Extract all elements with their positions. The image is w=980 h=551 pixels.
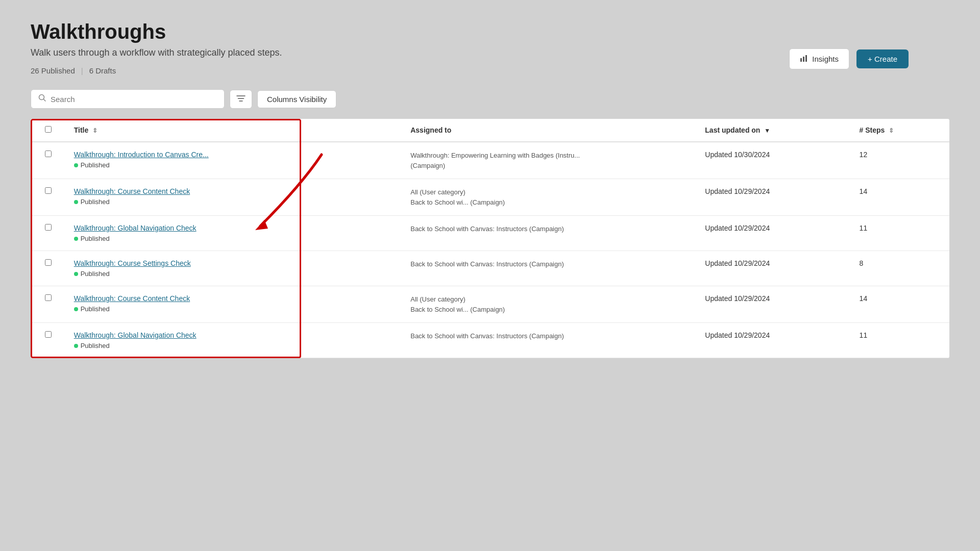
walkthroughs-table: Title ⇕ Assigned to Last updated on ▼ # … [31, 119, 949, 358]
row-title-cell-5: Walkthrough: Global Navigation Check Pub… [66, 323, 403, 358]
svg-rect-0 [800, 58, 802, 62]
steps-sort-icon: ⇕ [889, 127, 894, 134]
row-title-link-1[interactable]: Walkthrough: Course Content Check [74, 187, 395, 195]
header-title[interactable]: Title ⇕ [66, 119, 403, 142]
row-checkbox-5[interactable] [45, 331, 52, 338]
row-assigned-line1-0: Walkthrough: Empowering Learning with Ba… [410, 151, 689, 161]
row-title-cell-0: Walkthrough: Introduction to Canvas Cre.… [66, 142, 403, 179]
filter-icon [236, 94, 246, 104]
search-container [31, 89, 225, 109]
data-table: Title ⇕ Assigned to Last updated on ▼ # … [31, 119, 949, 358]
row-title-link-4[interactable]: Walkthrough: Course Content Check [74, 294, 395, 303]
row-steps-cell-3: 8 [851, 251, 949, 286]
row-last-updated-1: Updated 10/29/2024 [705, 187, 770, 195]
row-status-2: Published [74, 235, 110, 242]
header-steps-label: # Steps [860, 126, 885, 134]
row-assigned-to-cell-0: Walkthrough: Empowering Learning with Ba… [402, 142, 697, 179]
status-dot-2 [74, 237, 78, 241]
header-steps[interactable]: # Steps ⇕ [851, 119, 949, 142]
row-last-updated-cell-2: Updated 10/29/2024 [697, 216, 851, 251]
insights-label: Insights [812, 55, 839, 63]
row-assigned-to-cell-1: All (User category) Back to School wi...… [402, 179, 697, 216]
last-updated-sort-icon: ▼ [764, 127, 770, 134]
header-last-updated[interactable]: Last updated on ▼ [697, 119, 851, 142]
table-header-row: Title ⇕ Assigned to Last updated on ▼ # … [31, 119, 949, 142]
row-steps-0: 12 [860, 151, 868, 159]
table-row: Walkthrough: Course Content Check Publis… [31, 179, 949, 216]
row-last-updated-0: Updated 10/30/2024 [705, 151, 770, 159]
row-status-0: Published [74, 161, 110, 169]
row-assigned-line2-1: Back to School wi... (Campaign) [410, 197, 689, 208]
row-assigned-line1-3: Back to School with Canvas: Instructors … [410, 259, 689, 269]
row-assigned-line1-5: Back to School with Canvas: Instructors … [410, 331, 689, 341]
row-title-link-2[interactable]: Walkthrough: Global Navigation Check [74, 224, 395, 232]
row-assigned-to-cell-5: Back to School with Canvas: Instructors … [402, 323, 697, 358]
row-assigned-line1-1: All (User category) [410, 187, 689, 197]
drafts-count: 6 Drafts [89, 66, 116, 75]
row-title-link-5[interactable]: Walkthrough: Global Navigation Check [74, 331, 395, 339]
filter-button[interactable] [230, 90, 252, 109]
row-steps-cell-0: 12 [851, 142, 949, 179]
columns-visibility-button[interactable]: Columns Visibility [257, 90, 336, 108]
insights-button[interactable]: Insights [789, 48, 849, 69]
page-title: Walkthroughs [31, 20, 949, 43]
row-status-3: Published [74, 270, 110, 278]
svg-rect-2 [805, 55, 807, 62]
row-steps-1: 14 [860, 187, 868, 195]
row-checkbox-cell [31, 251, 66, 286]
row-steps-cell-4: 14 [851, 286, 949, 323]
row-title-cell-1: Walkthrough: Course Content Check Publis… [66, 179, 403, 216]
search-input[interactable] [51, 95, 217, 104]
row-checkbox-4[interactable] [45, 294, 52, 301]
create-button[interactable]: + Create [856, 49, 909, 68]
row-steps-3: 8 [860, 259, 864, 267]
row-last-updated-4: Updated 10/29/2024 [705, 294, 770, 303]
table-row: Walkthrough: Global Navigation Check Pub… [31, 216, 949, 251]
row-steps-4: 14 [860, 294, 868, 303]
header-assigned-to-label: Assigned to [410, 126, 451, 134]
row-last-updated-cell-5: Updated 10/29/2024 [697, 323, 851, 358]
stats-divider: | [81, 66, 83, 75]
row-last-updated-2: Updated 10/29/2024 [705, 224, 770, 232]
row-steps-cell-2: 11 [851, 216, 949, 251]
row-checkbox-3[interactable] [45, 259, 52, 266]
row-assigned-line2-0: (Campaign) [410, 161, 689, 171]
header-assigned-to[interactable]: Assigned to [402, 119, 697, 142]
row-last-updated-cell-4: Updated 10/29/2024 [697, 286, 851, 323]
row-status-5: Published [74, 342, 110, 349]
row-title-cell-2: Walkthrough: Global Navigation Check Pub… [66, 216, 403, 251]
row-assigned-to-cell-2: Back to School with Canvas: Instructors … [402, 216, 697, 251]
columns-visibility-label: Columns Visibility [267, 95, 327, 104]
row-title-cell-4: Walkthrough: Course Content Check Publis… [66, 286, 403, 323]
select-all-checkbox[interactable] [45, 126, 52, 133]
row-assigned-line2-4: Back to School wi... (Campaign) [410, 305, 689, 315]
row-assigned-to-cell-3: Back to School with Canvas: Instructors … [402, 251, 697, 286]
toolbar: Columns Visibility [31, 89, 949, 109]
row-assigned-line1-2: Back to School with Canvas: Instructors … [410, 224, 689, 234]
row-status-4: Published [74, 305, 110, 313]
row-last-updated-cell-1: Updated 10/29/2024 [697, 179, 851, 216]
header-last-updated-label: Last updated on [705, 126, 760, 134]
row-title-link-3[interactable]: Walkthrough: Course Settings Check [74, 259, 395, 267]
row-steps-cell-1: 14 [851, 179, 949, 216]
table-row: Walkthrough: Course Settings Check Publi… [31, 251, 949, 286]
published-count: 26 Published [31, 66, 75, 75]
header-actions: Insights + Create [789, 48, 909, 69]
row-checkbox-2[interactable] [45, 224, 52, 231]
row-checkbox-cell [31, 179, 66, 216]
row-steps-cell-5: 11 [851, 323, 949, 358]
header-checkbox-cell [31, 119, 66, 142]
row-last-updated-5: Updated 10/29/2024 [705, 331, 770, 339]
table-row: Walkthrough: Course Content Check Publis… [31, 286, 949, 323]
row-checkbox-cell [31, 323, 66, 358]
row-assigned-line1-4: All (User category) [410, 294, 689, 305]
svg-rect-1 [803, 57, 804, 62]
row-title-link-0[interactable]: Walkthrough: Introduction to Canvas Cre.… [74, 151, 395, 159]
row-checkbox-0[interactable] [45, 151, 52, 157]
row-checkbox-1[interactable] [45, 187, 52, 194]
table-row: Walkthrough: Introduction to Canvas Cre.… [31, 142, 949, 179]
search-icon [38, 94, 46, 104]
row-checkbox-cell [31, 216, 66, 251]
status-dot-4 [74, 307, 78, 311]
create-label: + Create [868, 55, 897, 63]
